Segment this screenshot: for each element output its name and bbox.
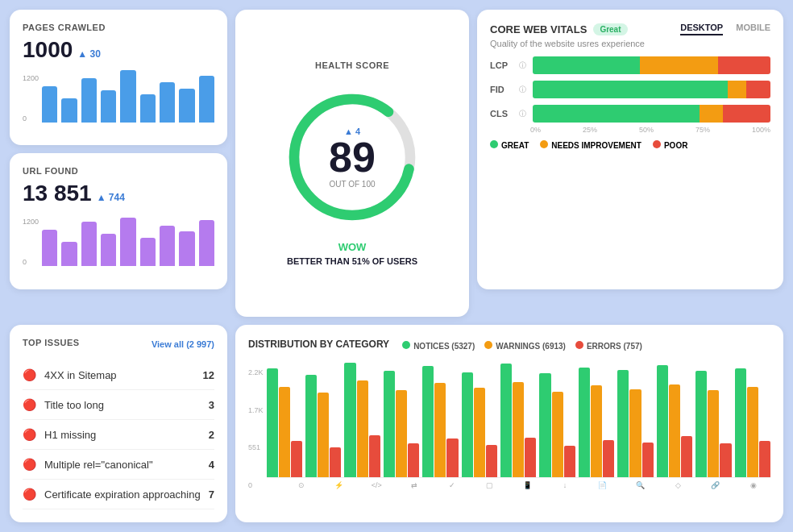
tab-desktop[interactable]: DESKTOP bbox=[680, 23, 723, 35]
better-suffix: OF USERS bbox=[372, 256, 417, 266]
tab-mobile[interactable]: MOBILE bbox=[736, 23, 770, 35]
dist-group bbox=[500, 364, 536, 477]
dist-group bbox=[539, 373, 575, 477]
dist-group bbox=[735, 368, 770, 477]
dist-icon: ⊙ bbox=[284, 481, 319, 489]
gauge-text: ▲ 4 89 OUT OF 100 bbox=[329, 127, 376, 189]
notices-bar bbox=[500, 364, 512, 477]
pages-label: PAGES CRAWLED bbox=[23, 23, 214, 32]
issue-row[interactable]: 🔴 H1 missing 2 bbox=[23, 420, 214, 450]
dist-icon: 📄 bbox=[585, 481, 620, 489]
issue-name: Multiple rel="canonical" bbox=[44, 459, 201, 471]
issue-count: 2 bbox=[209, 429, 214, 441]
issue-row[interactable]: 🔴 Title too long 3 bbox=[23, 390, 214, 420]
vital-row-fid: FID ⓘ bbox=[490, 81, 770, 98]
view-all-link[interactable]: View all (2 997) bbox=[152, 339, 214, 349]
dist-group bbox=[617, 370, 653, 478]
page-bar bbox=[140, 94, 156, 123]
pages-value: 1000 bbox=[23, 37, 73, 63]
dist-icon: ⇄ bbox=[397, 481, 432, 489]
dist-icon: ✓ bbox=[434, 481, 469, 489]
issue-error-icon: 🔴 bbox=[23, 488, 36, 501]
dist-main: ⊙⚡</>⇄✓▢📱↓📄🔍◇🔗◉ bbox=[267, 357, 770, 489]
url-bar bbox=[61, 242, 77, 266]
dist-group bbox=[344, 363, 380, 478]
warnings-bar bbox=[708, 390, 719, 477]
pages-axis: 1200 0 bbox=[23, 74, 39, 123]
errors-bar bbox=[408, 443, 419, 477]
dist-header: DISTRIBUTION BY CATEGORY NOTICES (5327) … bbox=[248, 338, 770, 351]
pages-crawled-card: PAGES CRAWLED 1000 ▲ 30 1200 0 bbox=[10, 10, 227, 145]
lcp-poor bbox=[718, 56, 770, 74]
vital-label-lcp: LCP bbox=[490, 60, 513, 70]
url-bar bbox=[81, 222, 97, 266]
health-label: HEALTH SCORE bbox=[315, 60, 389, 70]
notices-bar bbox=[579, 368, 590, 478]
fid-great bbox=[533, 81, 728, 98]
cls-needs bbox=[700, 105, 724, 123]
vital-info-lcp[interactable]: ⓘ bbox=[519, 60, 526, 71]
notices-bar bbox=[384, 371, 395, 477]
issue-error-icon: 🔴 bbox=[23, 368, 36, 381]
top-row: PAGES CRAWLED 1000 ▲ 30 1200 0 URL FOUND bbox=[10, 10, 783, 317]
url-axis: 1200 0 bbox=[23, 218, 39, 266]
warnings-bar bbox=[669, 384, 680, 478]
url-delta: ▲ 744 bbox=[97, 192, 125, 203]
issues-header: TOP ISSUES View all (2 997) bbox=[23, 338, 214, 351]
dist-group bbox=[384, 371, 419, 477]
dist-group bbox=[462, 372, 497, 478]
issue-error-icon: 🔴 bbox=[23, 398, 36, 411]
pages-bars bbox=[42, 74, 214, 123]
warnings-bar bbox=[629, 389, 641, 478]
issues-card: TOP ISSUES View all (2 997) 🔴 4XX in Sit… bbox=[10, 325, 227, 522]
issue-error-icon: 🔴 bbox=[23, 428, 36, 441]
notices-bar bbox=[735, 368, 746, 477]
fid-needs bbox=[728, 81, 747, 98]
notices-bar bbox=[539, 373, 550, 477]
errors-bar bbox=[642, 443, 654, 478]
warnings-bar bbox=[747, 387, 758, 478]
warnings-bar bbox=[396, 390, 407, 477]
notices-bar bbox=[305, 375, 317, 478]
better-than-text: BETTER THAN bbox=[287, 256, 350, 266]
notices-bar bbox=[657, 365, 668, 478]
vital-info-fid[interactable]: ⓘ bbox=[519, 85, 526, 95]
errors-bar bbox=[446, 438, 458, 477]
vitals-card: CORE WEB VITALS Great DESKTOP MOBILE Qua… bbox=[477, 10, 783, 289]
url-found-card: URL FOUND 13 851 ▲ 744 1200 0 bbox=[10, 153, 227, 289]
dist-group bbox=[695, 371, 731, 477]
issues-label: TOP ISSUES bbox=[23, 338, 80, 347]
vital-bar-fid bbox=[533, 81, 770, 98]
vitals-bars: LCP ⓘ FID ⓘ bbox=[490, 56, 770, 123]
warnings-bar bbox=[513, 382, 524, 478]
gauge-out-of: OUT OF 100 bbox=[329, 180, 376, 189]
errors-bar bbox=[525, 438, 536, 478]
cls-poor bbox=[723, 105, 770, 123]
notices-bar bbox=[344, 363, 355, 478]
dist-chart-area: 2.2K 1.7K 551 0 ⊙⚡</>⇄✓▢📱↓📄🔍◇🔗◉ bbox=[248, 357, 770, 489]
issue-row[interactable]: 🔴 Certificate expiration approaching 7 bbox=[23, 480, 214, 509]
vitals-tabs: DESKTOP MOBILE bbox=[680, 23, 770, 35]
dist-group bbox=[305, 375, 341, 478]
issue-row[interactable]: 🔴 4XX in Sitemap 12 bbox=[23, 360, 214, 390]
dist-icon: ⚡ bbox=[322, 481, 356, 489]
legend-warnings: WARNINGS (6913) bbox=[484, 341, 566, 351]
dist-icon: ▢ bbox=[472, 481, 507, 489]
page-bar bbox=[199, 76, 214, 123]
notices-bar bbox=[462, 372, 473, 478]
dashboard: PAGES CRAWLED 1000 ▲ 30 1200 0 URL FOUND bbox=[10, 10, 783, 522]
legend-notices: NOTICES (5327) bbox=[402, 341, 475, 351]
notices-bar bbox=[422, 366, 434, 477]
url-bar bbox=[42, 230, 57, 266]
better-pct: 51% bbox=[352, 256, 370, 266]
warnings-bar bbox=[318, 393, 329, 477]
errors-bar bbox=[291, 441, 302, 477]
issue-name: H1 missing bbox=[44, 429, 201, 441]
notices-bar bbox=[695, 371, 707, 477]
warnings-bar bbox=[552, 392, 563, 478]
dist-icon: 🔍 bbox=[623, 481, 658, 489]
issue-name: Certificate expiration approaching bbox=[44, 488, 201, 501]
issue-row[interactable]: 🔴 Multiple rel="canonical" 4 bbox=[23, 450, 214, 480]
dist-icon: </> bbox=[359, 481, 394, 489]
vital-info-cls[interactable]: ⓘ bbox=[519, 109, 526, 119]
